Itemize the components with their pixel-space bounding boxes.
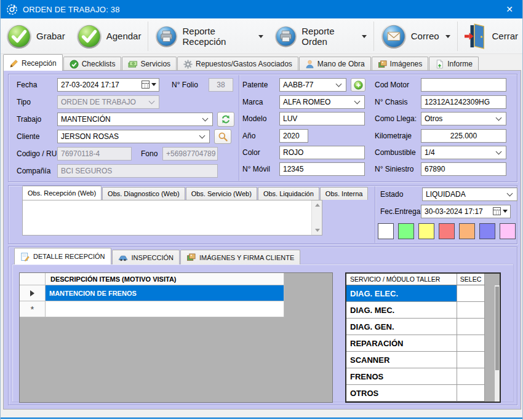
table-row[interactable]: DIAG. MEC. (346, 302, 485, 319)
folio-field: 38 (209, 78, 233, 92)
color-swatch-blue[interactable] (479, 223, 495, 239)
buscar-cliente-button[interactable] (214, 129, 231, 144)
siniestro-field[interactable]: 67890 (421, 162, 506, 176)
tab-repuestos[interactable]: Repuestos/Gastos Asociados (177, 57, 298, 71)
color-swatch-green[interactable] (398, 223, 414, 239)
fec-entrega-field[interactable]: 30-03-2024 17:17 (421, 205, 511, 218)
mail-icon (381, 23, 407, 49)
tab-detalle-recepcion[interactable]: DETALLE RECEPCIÓN (14, 248, 111, 264)
marca-combo[interactable]: ALFA ROMEO (279, 95, 365, 109)
obs-textarea[interactable] (22, 200, 322, 236)
tab-informe[interactable]: Informe (429, 57, 479, 71)
table-row[interactable]: DIAG. GEN. (346, 319, 485, 335)
detalle-grid-header: DESCRIPCIÓN ITEMS (MOTIVO VISITA) (20, 273, 284, 285)
grabar-button[interactable]: Grabar (1, 20, 71, 52)
date-dropdown-icon[interactable] (503, 210, 508, 213)
dropdown-caret-icon[interactable] (362, 35, 367, 38)
scroll-up-icon[interactable] (312, 200, 322, 210)
cod-motor-field[interactable] (421, 78, 506, 92)
tab-imagenes[interactable]: Imágenes (372, 57, 429, 71)
color-label: Color (242, 148, 260, 157)
color-swatch-yellow[interactable] (418, 223, 434, 239)
chasis-field[interactable]: 12312A1242309HG (421, 95, 506, 109)
patente-combo[interactable]: AABB-77 (279, 78, 346, 92)
scroll-down-icon[interactable] (312, 226, 322, 235)
descripcion-cell[interactable]: MANTENCION DE FRENOS (46, 285, 284, 301)
gear-icon (183, 60, 193, 69)
obs-tab-diagnostico[interactable]: Obs. Diagnostico (Web) (102, 187, 185, 200)
estado-combo[interactable]: LIQUIDADA (422, 188, 517, 201)
toolbar: Grabar Agendar Reporte Recepción (1, 18, 523, 54)
agregar-patente-button[interactable] (351, 78, 365, 92)
tab-imagenes-firma[interactable]: IMÁGENES Y FIRMA CLIENTE (180, 250, 300, 264)
cod-motor-label: Cod Motor (375, 81, 409, 89)
combustible-combo[interactable]: 1/4 (421, 146, 506, 159)
selec-cell[interactable] (457, 385, 485, 402)
dropdown-caret-icon[interactable] (258, 35, 263, 38)
color-swatch-red[interactable] (439, 223, 455, 239)
selec-cell[interactable] (457, 319, 485, 335)
form-column-separator (239, 75, 239, 181)
images-icon (186, 253, 196, 262)
obs-tab-recepcion[interactable]: Obs. Recepción (Web) (22, 186, 102, 200)
table-row[interactable]: REPARACIÓN (346, 335, 485, 352)
selec-cell[interactable] (457, 352, 485, 368)
reporte-orden-button[interactable]: Reporte Orden (269, 20, 372, 52)
ano-label: Año (242, 132, 255, 140)
obs-tab-servicio[interactable]: Obs. Servicio (Web) (186, 187, 257, 200)
table-row[interactable]: DIAG. ELEC. (346, 285, 485, 302)
agendar-button[interactable]: Agendar (71, 20, 147, 52)
exit-door-icon (465, 23, 488, 49)
schedule-check-icon (76, 23, 102, 49)
modelo-field[interactable]: LUV (279, 112, 365, 125)
fecha-field[interactable]: 27-03-2024 17:17 (57, 78, 159, 92)
cerrar-button[interactable]: Cerrar (459, 20, 523, 52)
tab-inspeccion[interactable]: INSPECCIÓN (112, 250, 180, 264)
money-icon (128, 60, 137, 69)
color-swatch-orange[interactable] (459, 223, 475, 239)
selec-cell[interactable] (457, 368, 485, 385)
table-row[interactable]: FRENOS (346, 368, 485, 385)
table-row-new[interactable]: * (20, 301, 284, 317)
app-window: ORDEN DE TRABAJO: 38 ✕ Grabar Agendar (0, 0, 523, 420)
car-icon (118, 253, 128, 262)
kilometraje-field[interactable]: 225.000 (421, 129, 506, 143)
reporte-recepcion-button[interactable]: Reporte Recepción (150, 20, 269, 52)
color-swatch-white[interactable] (378, 223, 394, 239)
calendar-icon (142, 81, 150, 89)
selec-cell[interactable] (457, 285, 485, 302)
date-dropdown-icon[interactable] (151, 83, 156, 86)
tab-servicios[interactable]: Servicios (122, 57, 177, 71)
color-field[interactable]: ROJO (279, 146, 365, 159)
table-row[interactable]: OTROS (346, 385, 485, 402)
selec-cell[interactable] (457, 335, 485, 352)
tab-recepcion[interactable]: Recepción (3, 54, 63, 71)
trabajo-combo[interactable]: MANTENCIÓN (57, 113, 213, 126)
correo-button[interactable]: Correo (375, 20, 456, 52)
movil-field[interactable]: 12345 (279, 162, 365, 176)
cliente-combo[interactable]: JERSON ROSAS (57, 130, 210, 143)
printer-icon (155, 23, 178, 49)
selec-cell[interactable] (457, 302, 485, 319)
obs-scrollbar[interactable] (311, 200, 322, 235)
plus-circle-icon (354, 81, 363, 90)
images-icon (378, 60, 387, 69)
color-swatch-pink[interactable] (500, 223, 516, 239)
check-circle-icon (70, 60, 79, 69)
tab-checklists[interactable]: Checklists (63, 57, 122, 71)
table-row[interactable]: MANTENCION DE FRENOS (20, 285, 284, 301)
row-selector-cell[interactable]: * (20, 301, 46, 317)
table-row[interactable]: SCANNER (346, 352, 485, 368)
row-selector-cell[interactable] (20, 285, 46, 301)
obs-tab-liquidacion[interactable]: Obs. Liquidación (258, 187, 319, 200)
ano-field[interactable]: 2020 (279, 129, 308, 143)
close-button[interactable]: ✕ (495, 0, 523, 18)
refresh-trabajo-button[interactable] (217, 112, 234, 127)
descripcion-cell[interactable] (46, 301, 284, 317)
scrollbar-thumb[interactable] (495, 287, 499, 370)
dropdown-caret-icon[interactable] (445, 35, 450, 38)
obs-tab-interna[interactable]: Obs. Interna (320, 187, 369, 200)
como-llega-combo[interactable]: Otros (421, 112, 506, 125)
tab-mano-de-obra[interactable]: Mano de Obra (299, 57, 371, 71)
servicio-grid-scrollbar[interactable] (485, 285, 500, 402)
